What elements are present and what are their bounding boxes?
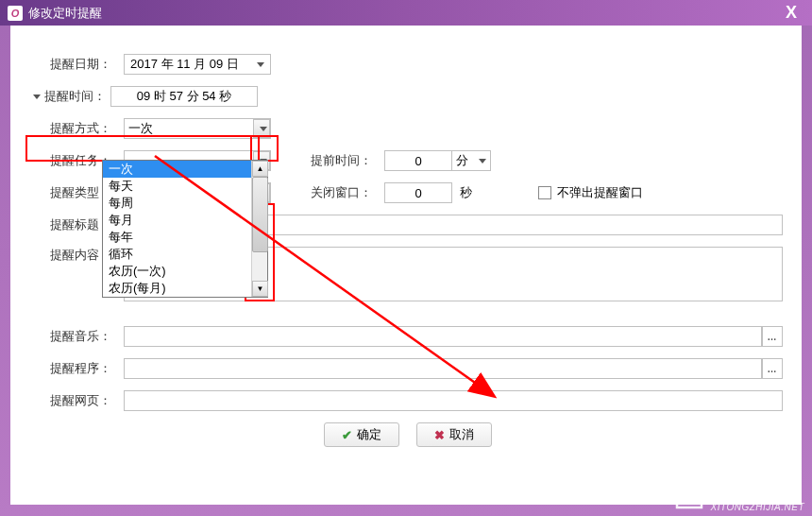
ok-label: 确定: [357, 426, 381, 443]
chevron-down-icon: [260, 127, 267, 131]
label-closewin: 关闭窗口：: [311, 184, 384, 201]
label-nopopup: 不弹出提醒窗口: [557, 184, 643, 201]
scroll-thumb[interactable]: [252, 177, 268, 252]
close-button[interactable]: X: [780, 3, 803, 23]
mode-dropdown-list: 一次 每天 每周 每月 每年 循环 农历(一次) 农历(每月) ▲ ▼: [102, 160, 268, 298]
window-title: 修改定时提醒: [28, 5, 102, 22]
advance-value: 0: [414, 154, 421, 168]
watermark: 系统之家 XITONGZHIJIA.NET: [666, 478, 813, 516]
annotation-box: [25, 135, 260, 162]
cross-icon: ✖: [434, 428, 445, 442]
closewin-input[interactable]: 0: [384, 182, 452, 203]
label-music: 提醒音乐：: [50, 328, 124, 345]
dropdown-option[interactable]: 农历(每月): [103, 280, 267, 297]
closewin-unit: 秒: [460, 184, 472, 201]
music-input[interactable]: [124, 326, 762, 347]
expand-icon[interactable]: [33, 95, 41, 99]
titlebar: O 修改定时提醒 X: [0, 0, 812, 26]
scroll-down-button[interactable]: ▼: [252, 281, 268, 297]
watermark-text1: 系统之家: [711, 482, 805, 502]
ok-button[interactable]: ✔ 确定: [324, 422, 399, 447]
time-input[interactable]: 09 时 57 分 54 秒: [110, 86, 258, 107]
label-date: 提醒日期：: [50, 56, 124, 73]
music-browse-button[interactable]: …: [762, 326, 783, 347]
annotation-box: [250, 135, 279, 162]
dropdown-option[interactable]: 循环: [103, 246, 267, 263]
label-program: 提醒程序：: [50, 360, 124, 377]
date-picker[interactable]: 2017 年 11 月 09 日: [124, 54, 271, 75]
dropdown-option[interactable]: 农历(一次): [103, 263, 267, 280]
date-value: 2017 年 11 月 09 日: [130, 56, 239, 73]
closewin-value: 0: [414, 186, 421, 200]
row-program: 提醒程序： …: [50, 358, 783, 379]
svg-marker-2: [677, 485, 702, 507]
advance-input[interactable]: 0: [384, 150, 452, 171]
row-url: 提醒网页：: [50, 390, 783, 411]
dropdown-option[interactable]: 每天: [103, 178, 267, 195]
row-date: 提醒日期： 2017 年 11 月 09 日: [50, 54, 783, 75]
program-browse-button[interactable]: …: [762, 358, 783, 379]
url-input[interactable]: [124, 390, 783, 411]
advance-unit-combo[interactable]: 分: [451, 150, 491, 171]
advance-unit: 分: [456, 152, 468, 169]
dropdown-option[interactable]: 每月: [103, 212, 267, 229]
dropdown-option[interactable]: 每周: [103, 195, 267, 212]
row-music: 提醒音乐： …: [50, 326, 783, 347]
cancel-label: 取消: [449, 426, 474, 443]
time-value: 09 时 57 分 54 秒: [137, 88, 231, 105]
watermark-text2: XITONGZHIJIA.NET: [711, 502, 805, 512]
dialog-body: 提醒日期： 2017 年 11 月 09 日 提醒时间： 09 时 57 分 5…: [10, 26, 802, 505]
dropdown-option[interactable]: 一次: [103, 161, 267, 178]
cancel-button[interactable]: ✖ 取消: [416, 422, 492, 447]
check-icon: ✔: [342, 428, 352, 442]
dropdown-option[interactable]: 每年: [103, 229, 267, 246]
label-url: 提醒网页：: [50, 392, 124, 409]
row-time: 提醒时间： 09 时 57 分 54 秒: [33, 86, 783, 107]
label-time: 提醒时间：: [44, 88, 110, 105]
watermark-logo-icon: [673, 483, 705, 511]
nopopup-checkbox[interactable]: [538, 186, 551, 199]
button-bar: ✔ 确定 ✖ 取消: [33, 422, 783, 447]
triangle-up-icon: ▲: [257, 164, 264, 173]
triangle-down-icon: ▼: [257, 284, 264, 293]
chevron-down-icon: [257, 62, 264, 67]
app-icon: O: [8, 6, 23, 21]
dropdown-scrollbar[interactable]: ▲ ▼: [251, 161, 267, 297]
label-advance: 提前时间：: [311, 152, 384, 169]
chevron-down-icon: [479, 159, 486, 163]
scroll-up-button[interactable]: ▲: [252, 161, 268, 177]
program-input[interactable]: [124, 358, 762, 379]
